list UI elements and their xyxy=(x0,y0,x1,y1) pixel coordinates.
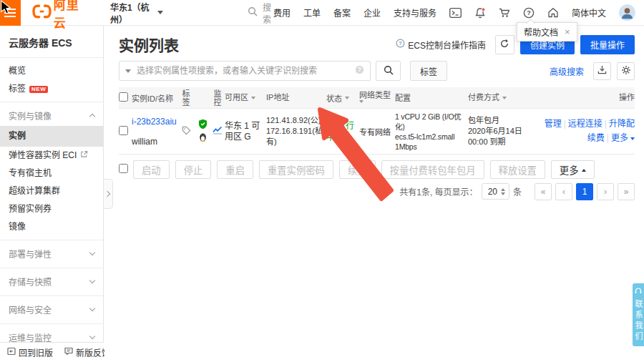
reset-password-button[interactable]: 重置实例密码 xyxy=(259,160,333,179)
config-spec: 1 vCPU 2 GiB (I/O优化) xyxy=(395,112,468,132)
logo-text: 阿里云 xyxy=(54,0,80,31)
feedback-link[interactable]: 新版反馈 xyxy=(64,346,110,358)
sidebar-group-network[interactable]: 网络与安全 xyxy=(0,299,103,320)
help-icon[interactable]: ? xyxy=(523,7,535,19)
sidebar-group-storage[interactable]: 存储与快照 xyxy=(0,271,103,292)
start-button[interactable]: 启动 xyxy=(133,160,170,179)
avatar[interactable] xyxy=(619,4,635,21)
chevron-down-icon xyxy=(89,305,95,311)
stop-button[interactable]: 停止 xyxy=(175,160,212,179)
notification-bell-icon[interactable] xyxy=(474,7,486,19)
sidebar-item-reserved-instances[interactable]: 预留实例券 xyxy=(0,200,103,218)
sidebar-item-dedicated-host[interactable]: 专有宿主机 xyxy=(0,165,103,182)
search-icon xyxy=(384,65,394,77)
column-settings-button[interactable] xyxy=(617,62,635,80)
cart-icon[interactable] xyxy=(499,7,510,19)
select-all-checkbox[interactable] xyxy=(119,92,128,102)
prev-page-button[interactable]: ‹ xyxy=(555,183,572,200)
sidebar-item-tags[interactable]: 标签 NEW xyxy=(0,80,103,98)
sidebar-item-instances[interactable]: 实例 xyxy=(0,126,103,147)
alicloud-logo[interactable]: 阿里云 xyxy=(32,0,80,31)
chevron-down-icon xyxy=(157,11,163,17)
nav-tickets[interactable]: 工单 xyxy=(303,6,321,19)
new-badge: NEW xyxy=(29,86,48,93)
sidebar-item-eci[interactable]: 弹性容器实例 ECI xyxy=(0,147,103,165)
help-doc-popover: 帮助文档 × xyxy=(517,22,577,41)
region-label: 华东1（杭州） xyxy=(110,1,153,25)
instance-id-link[interactable]: i-23b233aiu xyxy=(132,117,177,127)
svg-text:?: ? xyxy=(358,66,361,73)
last-page-button[interactable]: » xyxy=(618,183,635,200)
renew-link[interactable]: 续费 xyxy=(587,132,605,145)
th-zone[interactable]: 可用区 xyxy=(225,92,266,103)
zone-cell: 华东 1 可用区 G xyxy=(225,121,266,142)
release-settings-button[interactable]: 释放设置 xyxy=(490,160,545,179)
nav-enterprise[interactable]: 企业 xyxy=(364,6,381,19)
hamburger-menu-icon[interactable] xyxy=(0,0,21,26)
nav-expenses[interactable]: 费用 xyxy=(273,6,291,19)
gear-icon xyxy=(621,65,631,77)
instance-filter-input[interactable] xyxy=(137,66,349,76)
th-billing[interactable]: 付费方式 xyxy=(468,92,542,103)
th-tag: 标签 xyxy=(177,89,195,107)
refresh-button[interactable] xyxy=(495,35,514,54)
batch-select-checkbox[interactable] xyxy=(119,164,128,173)
remote-connect-link[interactable]: 远程连接 xyxy=(568,119,602,129)
back-to-old-version-link[interactable]: 回到旧版 xyxy=(7,346,53,358)
row-checkbox[interactable] xyxy=(119,126,128,135)
instance-filter-input-wrap[interactable]: ? xyxy=(119,61,371,81)
sidebar-group-deploy[interactable]: 部署与弹性 xyxy=(0,243,103,264)
topbar-search[interactable]: 搜索 xyxy=(248,1,273,25)
sidebar-group-instances-images[interactable]: 实例与镜像 xyxy=(0,105,103,126)
divider xyxy=(0,240,103,240)
close-icon[interactable]: × xyxy=(565,27,570,36)
page-1-button[interactable]: 1 xyxy=(576,183,593,200)
sidebar-item-supercomputing[interactable]: 超级计算集群 xyxy=(0,182,103,200)
nav-support[interactable]: 支持与服务 xyxy=(394,6,436,19)
sidebar-collapse-handle[interactable] xyxy=(104,179,113,209)
more-batch-button[interactable]: 更多 xyxy=(551,160,595,179)
reboot-button[interactable]: 重启 xyxy=(217,160,253,179)
sort-icon xyxy=(345,97,349,102)
th-network-type[interactable]: 网络类型 xyxy=(359,91,395,105)
topbar-right: 费用 工单 备案 企业 支持与服务 ? 简体中文 xyxy=(273,4,644,21)
batch-actions-button[interactable]: 批量操作 xyxy=(580,35,635,54)
convert-billing-button[interactable]: 按量付费转包年包月 xyxy=(381,160,484,179)
status-running: 运行中 xyxy=(326,121,354,142)
sidebar-item-overview[interactable]: 概览 xyxy=(0,62,103,80)
console-guide-link[interactable]: ? ECS控制台操作指南 xyxy=(396,39,486,51)
th-instance-id: 实例ID/名称 xyxy=(132,92,177,104)
contact-us-tab[interactable]: 联系我们 xyxy=(633,283,644,346)
security-shield-icon[interactable] xyxy=(198,119,208,132)
sidebar-item-images[interactable]: 镜像 xyxy=(0,218,103,236)
advanced-search-link[interactable]: 高级搜索 xyxy=(550,65,584,77)
next-page-button[interactable]: › xyxy=(597,183,614,200)
tag-filter-button[interactable]: 标签 xyxy=(410,61,447,81)
manage-link[interactable]: 管理 xyxy=(545,119,562,129)
page-size-select[interactable]: 20 xyxy=(482,183,509,200)
back-arrow-icon xyxy=(7,347,16,358)
filter-dropdown-icon[interactable] xyxy=(125,69,131,76)
monitor-chart-icon[interactable] xyxy=(210,126,225,137)
status-cell: 运行中 xyxy=(326,120,359,143)
locale-switcher[interactable]: 简体中文 xyxy=(572,6,606,19)
cloudshell-icon[interactable] xyxy=(449,8,462,18)
nav-icp[interactable]: 备案 xyxy=(333,6,351,19)
renew-button[interactable]: 续费 xyxy=(339,160,376,179)
sidebar-footer: 回到旧版 新版反馈 xyxy=(0,342,104,362)
table-row: i-23b233aiu william 华东 1 可用区 G 121.41.8.… xyxy=(119,109,635,155)
th-status[interactable]: 状态 xyxy=(326,92,359,104)
upgrade-link[interactable]: 升降配 xyxy=(609,119,635,129)
export-button[interactable] xyxy=(593,62,611,80)
home-icon[interactable] xyxy=(547,7,559,18)
region-selector[interactable]: 华东1（杭州） xyxy=(110,1,163,25)
tag-icon[interactable] xyxy=(177,126,195,137)
page-title: 实例列表 xyxy=(119,34,179,55)
question-circle-icon: ? xyxy=(396,39,405,50)
chevron-right-icon xyxy=(104,191,110,197)
more-link[interactable]: 更多 xyxy=(611,132,628,145)
ip-cell: 121.41.8.92(公) 172.16.8.191(私有) xyxy=(266,115,326,147)
svg-text:?: ? xyxy=(399,40,402,47)
search-button[interactable] xyxy=(376,61,401,81)
first-page-button[interactable]: « xyxy=(535,183,552,200)
